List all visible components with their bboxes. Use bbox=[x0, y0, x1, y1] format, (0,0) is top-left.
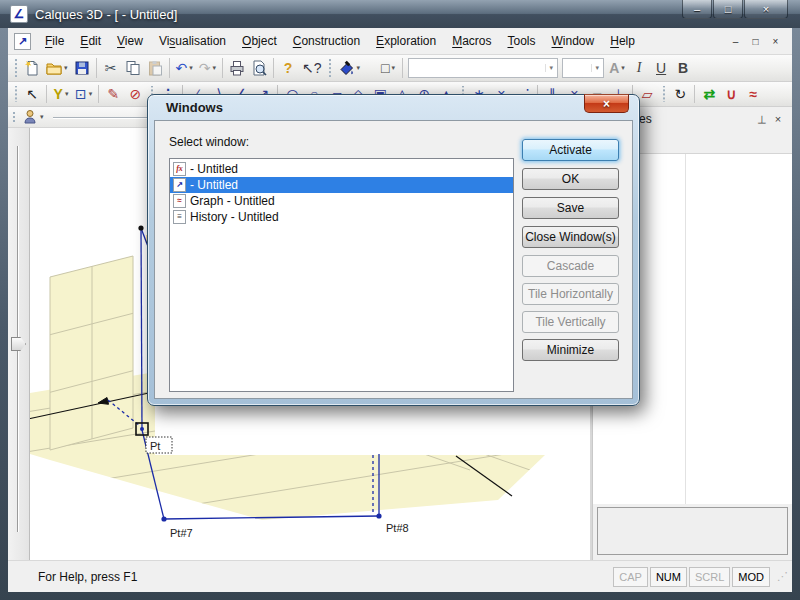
vslider-thumb[interactable] bbox=[11, 337, 26, 351]
minimize-button[interactable]: – bbox=[682, 0, 712, 19]
redo-button[interactable]: ↷▾ bbox=[196, 57, 219, 79]
tile-vertically-button: Tile Vertically bbox=[522, 311, 619, 333]
property-description-box bbox=[597, 507, 788, 555]
font-name-combo[interactable]: ▾ bbox=[408, 58, 558, 78]
status-indicator-scrl: SCRL bbox=[689, 567, 730, 587]
save-button[interactable] bbox=[71, 57, 93, 79]
fill-color-button[interactable]: ▾ bbox=[336, 57, 364, 79]
toolbar-grip[interactable] bbox=[10, 110, 17, 124]
property-grid-divider[interactable] bbox=[685, 154, 686, 504]
pt7-label: Pt#7 bbox=[170, 527, 193, 539]
trace-window-button[interactable]: ≈ bbox=[742, 83, 764, 105]
toolbar-grip[interactable] bbox=[327, 59, 334, 77]
rotate-hand-button[interactable]: ↻ bbox=[669, 83, 691, 105]
trihedron-button[interactable]: Y▾ bbox=[50, 83, 72, 105]
observer-button[interactable]: ▾ bbox=[19, 106, 47, 128]
mdi-document-icon[interactable]: ↗ bbox=[14, 33, 31, 50]
panel-close-icon[interactable]: × bbox=[770, 111, 786, 127]
print-button[interactable] bbox=[226, 57, 248, 79]
bold-icon: B bbox=[678, 61, 688, 75]
toolbar-grip[interactable] bbox=[660, 86, 667, 103]
pt8-label: Pt#8 bbox=[386, 522, 409, 534]
menu-edit[interactable]: Edit bbox=[72, 30, 109, 52]
toolbar-separator bbox=[402, 58, 403, 78]
dropdown-arrow-icon: ▾ bbox=[40, 113, 44, 121]
menu-construction[interactable]: Construction bbox=[285, 30, 368, 52]
fx-document-icon: fx bbox=[173, 162, 186, 176]
save-button[interactable]: Save bbox=[522, 197, 619, 219]
combo-arrow-icon: ▾ bbox=[591, 64, 604, 72]
close-window-s-button[interactable]: Close Window(s) bbox=[522, 226, 619, 248]
zoom-region-button[interactable]: ⊡▾ bbox=[72, 83, 95, 105]
minimize-button[interactable]: Minimize bbox=[522, 339, 619, 361]
menu-visualisation[interactable]: Visualisation bbox=[151, 30, 234, 52]
toolbar-separator bbox=[96, 58, 97, 78]
dialog-title-bar[interactable]: Windows × bbox=[154, 95, 633, 120]
dropdown-arrow-icon: ▾ bbox=[189, 64, 193, 72]
pin-icon[interactable]: ⊣ bbox=[754, 111, 770, 127]
menu-bar: ↗ FileEditViewVisualisationObjectConstru… bbox=[8, 28, 792, 55]
bold-button[interactable]: B bbox=[672, 57, 694, 79]
dialog-title: Windows bbox=[166, 100, 223, 115]
trihedron-icon: Y bbox=[54, 87, 63, 101]
menu-file[interactable]: File bbox=[37, 30, 72, 52]
open-button[interactable]: ▾ bbox=[43, 57, 71, 79]
font-color-button[interactable]: A▾ bbox=[606, 57, 628, 79]
italic-icon: I bbox=[637, 61, 642, 75]
window-list-item[interactable]: ↗ - Untitled bbox=[170, 177, 513, 193]
curve-window-icon: ∪ bbox=[726, 87, 736, 101]
status-message: For Help, press F1 bbox=[38, 570, 611, 584]
dropdown-arrow-icon: ▾ bbox=[392, 64, 396, 72]
print-preview-button[interactable] bbox=[248, 57, 270, 79]
context-help-button[interactable]: ↖? bbox=[299, 57, 325, 79]
mdi-restore-button[interactable]: □ bbox=[747, 34, 764, 49]
ok-button[interactable]: OK bbox=[522, 168, 619, 190]
resize-grip[interactable]: ⋰ bbox=[774, 570, 788, 583]
toolbar-separator bbox=[46, 85, 47, 103]
vertical-rotation-slider[interactable] bbox=[8, 128, 30, 560]
undo-button[interactable]: ↶▾ bbox=[173, 57, 196, 79]
menu-tools[interactable]: Tools bbox=[500, 30, 544, 52]
highlighter-button[interactable]: ✎ bbox=[102, 83, 124, 105]
copy-button[interactable] bbox=[122, 57, 144, 79]
menu-window[interactable]: Window bbox=[544, 30, 603, 52]
window-list-item[interactable]: ≈Graph - Untitled bbox=[170, 193, 513, 209]
paste-button[interactable] bbox=[144, 57, 166, 79]
menu-macros[interactable]: Macros bbox=[444, 30, 499, 52]
mdi-close-button[interactable]: × bbox=[767, 34, 784, 49]
window-list-item[interactable]: ≡History - Untitled bbox=[170, 209, 513, 225]
context-help-icon: ↖? bbox=[302, 61, 322, 75]
window-list-item[interactable]: fx - Untitled bbox=[170, 161, 513, 177]
toolbar-separator bbox=[273, 58, 274, 78]
shape-style-button[interactable]: □▾ bbox=[377, 57, 399, 79]
dialog-close-button[interactable]: × bbox=[584, 94, 629, 113]
maximize-button[interactable]: □ bbox=[713, 0, 743, 19]
activate-button[interactable]: Activate bbox=[522, 139, 619, 161]
menu-help[interactable]: Help bbox=[602, 30, 643, 52]
menu-object[interactable]: Object bbox=[234, 30, 285, 52]
new-button[interactable] bbox=[21, 57, 43, 79]
toolbar-standard: ▾✂↶▾↷▾?↖?▾□▾▾▾A▾IUB bbox=[8, 55, 792, 82]
italic-button[interactable]: I bbox=[628, 57, 650, 79]
toolbar-grip[interactable] bbox=[12, 59, 19, 77]
menu-view[interactable]: View bbox=[109, 30, 151, 52]
close-button[interactable]: × bbox=[744, 0, 788, 19]
window-list-item-label: History - Untitled bbox=[190, 210, 279, 224]
font-size-combo[interactable]: ▾ bbox=[562, 58, 604, 78]
toolbar-grip[interactable] bbox=[12, 86, 19, 103]
cut-button[interactable]: ✂ bbox=[100, 57, 122, 79]
observer-icon bbox=[22, 109, 38, 125]
help-button[interactable]: ? bbox=[277, 57, 299, 79]
zoom-cancel-button[interactable]: ⊘ bbox=[124, 83, 146, 105]
dropdown-arrow-icon: ▾ bbox=[65, 90, 69, 98]
underline-button[interactable]: U bbox=[650, 57, 672, 79]
menu-exploration[interactable]: Exploration bbox=[368, 30, 444, 52]
toolbar-separator bbox=[169, 58, 170, 78]
vertical-plane bbox=[50, 256, 133, 450]
window-list[interactable]: fx - Untitled↗ - Untitled≈Graph - Untitl… bbox=[169, 158, 514, 392]
link-windows-button[interactable]: ⇄ bbox=[698, 83, 720, 105]
title-bar[interactable]: ∠ Calques 3D - [ - Untitled] –□× bbox=[0, 0, 800, 28]
select-pointer-button[interactable]: ↖ bbox=[21, 83, 43, 105]
mdi-minimize-button[interactable]: – bbox=[727, 34, 744, 49]
curve-window-button[interactable]: ∪ bbox=[720, 83, 742, 105]
